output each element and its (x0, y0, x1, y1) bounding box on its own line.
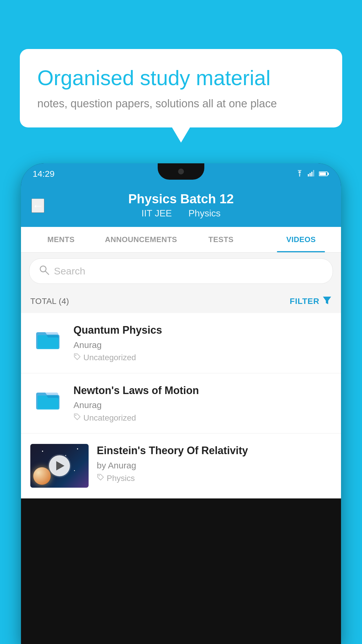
list-item[interactable]: Newton's Laws of Motion Anurag Uncategor… (21, 373, 341, 434)
bubble-subtitle: notes, question papers, solutions all at… (37, 97, 325, 110)
speech-bubble-wrapper: Organised study material notes, question… (20, 49, 342, 127)
planet (33, 467, 51, 485)
tab-announcements[interactable]: ANNOUNCEMENTS (101, 227, 181, 252)
tag-icon-2 (73, 413, 81, 423)
video-title-1: Quantum Physics (73, 323, 332, 337)
wifi-icon (295, 169, 304, 178)
list-item[interactable]: Quantum Physics Anurag Uncategorized (21, 313, 341, 373)
total-count: TOTAL (4) (30, 297, 69, 306)
header-title: Physics Batch 12 (33, 191, 329, 207)
filter-icon (322, 295, 332, 307)
svg-rect-6 (328, 173, 329, 175)
video-author-2: Anurag (73, 400, 332, 410)
battery-icon (319, 169, 329, 178)
svg-rect-2 (310, 173, 311, 176)
tab-ments[interactable]: MENTS (21, 227, 101, 252)
speech-bubble: Organised study material notes, question… (20, 49, 342, 127)
svg-rect-1 (308, 174, 309, 176)
svg-rect-7 (319, 172, 326, 175)
search-placeholder: Search (54, 265, 85, 277)
app-header: ← Physics Batch 12 IIT JEE Physics (21, 184, 341, 227)
play-triangle-3 (56, 461, 64, 470)
svg-point-0 (299, 175, 300, 176)
notch (158, 163, 204, 180)
video-thumbnail-3 (30, 444, 89, 488)
video-tag-3: Physics (97, 473, 332, 483)
camera-dot (178, 169, 184, 174)
video-author-1: Anurag (73, 340, 332, 350)
video-info-2: Newton's Laws of Motion Anurag Uncategor… (73, 384, 332, 423)
play-button-3[interactable] (49, 455, 70, 476)
tab-videos[interactable]: VIDEOS (261, 227, 341, 252)
tab-tests[interactable]: TESTS (181, 227, 261, 252)
video-info-3: Einstein's Theory Of Relativity by Anura… (97, 444, 332, 483)
status-time: 14:29 (33, 169, 55, 179)
svg-line-9 (45, 271, 49, 274)
status-bar: 14:29 (21, 163, 341, 184)
video-title-2: Newton's Laws of Motion (73, 384, 332, 398)
back-button[interactable]: ← (31, 198, 44, 213)
bubble-title: Organised study material (37, 65, 325, 90)
svg-point-13 (75, 355, 76, 356)
svg-point-16 (75, 415, 76, 416)
filter-button[interactable]: FILTER (290, 295, 332, 307)
header-subtitle: IIT JEE Physics (33, 208, 329, 219)
header-subtitle-physics: Physics (188, 208, 220, 218)
svg-marker-10 (323, 297, 331, 304)
tabs: MENTS ANNOUNCEMENTS TESTS VIDEOS (21, 227, 341, 253)
svg-rect-3 (311, 172, 312, 176)
video-list: Quantum Physics Anurag Uncategorized (21, 313, 341, 499)
signal-icon (308, 169, 315, 178)
header-subtitle-iitjee: IIT JEE (141, 208, 172, 218)
video-author-3: by Anurag (97, 461, 332, 470)
status-icons (295, 169, 329, 178)
svg-rect-4 (313, 170, 314, 176)
video-info-1: Quantum Physics Anurag Uncategorized (73, 323, 332, 363)
folder-thumb-1 (30, 323, 65, 351)
svg-point-17 (99, 475, 100, 476)
tag-icon-1 (73, 353, 81, 363)
search-icon (39, 265, 49, 278)
video-tag-1: Uncategorized (73, 353, 332, 363)
list-item[interactable]: Einstein's Theory Of Relativity by Anura… (21, 433, 341, 498)
search-container: Search (21, 253, 341, 290)
video-title-3: Einstein's Theory Of Relativity (97, 444, 332, 458)
filter-row: TOTAL (4) FILTER (21, 290, 341, 313)
phone-frame: 14:29 (21, 163, 341, 644)
search-bar[interactable]: Search (29, 258, 333, 284)
tag-icon-3 (97, 473, 104, 483)
folder-thumb-2 (30, 384, 65, 412)
video-tag-2: Uncategorized (73, 413, 332, 423)
